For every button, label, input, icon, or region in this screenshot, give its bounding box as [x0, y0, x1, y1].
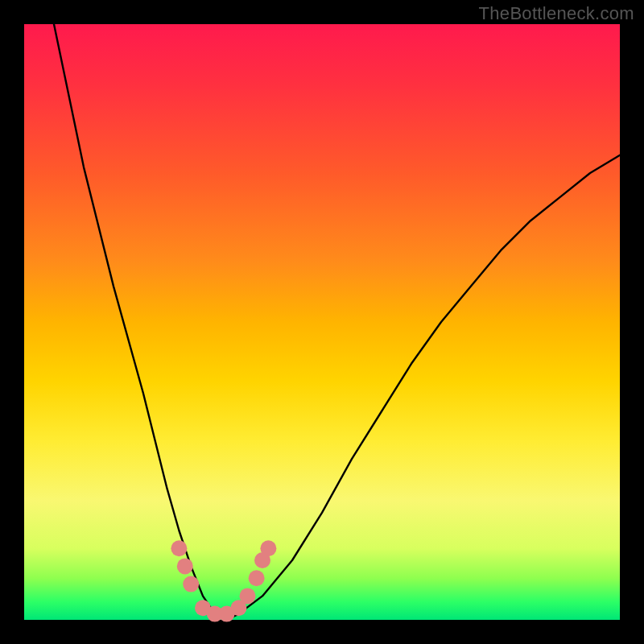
- bottleneck-curve-path: [54, 24, 620, 620]
- highlight-dot: [240, 588, 256, 604]
- watermark-label: TheBottleneck.com: [479, 3, 634, 24]
- highlight-dot: [249, 570, 265, 586]
- plot-area: [24, 24, 620, 620]
- chart-frame: TheBottleneck.com: [0, 0, 644, 644]
- highlight-dot: [171, 540, 187, 556]
- curve-layer: [24, 24, 620, 620]
- highlight-dot: [177, 558, 193, 574]
- highlight-dot: [260, 540, 276, 556]
- highlight-dot: [183, 576, 199, 592]
